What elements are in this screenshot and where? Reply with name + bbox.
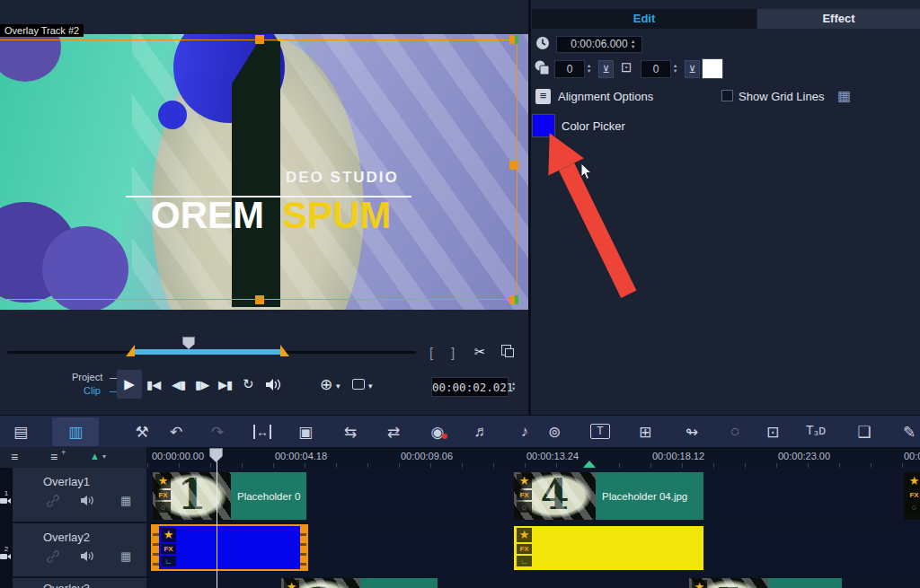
trim-handle-left[interactable] xyxy=(126,345,135,356)
transparency-track-icon[interactable]: ▦ xyxy=(120,549,131,563)
clip-partial-right[interactable]: ★ FX ◌ xyxy=(904,472,920,520)
end-button[interactable]: ▶▮ xyxy=(218,378,232,391)
preview-viewport[interactable]: DEO STUDIO OREM SPUM xyxy=(0,34,528,310)
track-header-overlay1[interactable]: Overlay1 ▦ xyxy=(13,468,146,523)
clip-thumbnail-1[interactable]: 1 ★ FX ◌ xyxy=(153,472,231,520)
3d-title-icon[interactable]: T₃ᴅ xyxy=(804,423,827,437)
border-spinner[interactable]: ▴▾ xyxy=(674,63,677,74)
mark-out-button[interactable]: ] xyxy=(451,345,454,360)
clip-mode-label[interactable]: Clip xyxy=(84,385,101,396)
globe-caret-icon[interactable]: ▾ xyxy=(336,382,340,391)
sound-mixer-icon[interactable]: ♬ xyxy=(470,423,493,441)
selection-handle-top[interactable] xyxy=(255,35,264,44)
ripple-shrink-icon[interactable]: ⇄ xyxy=(382,423,405,442)
play-button[interactable]: ▶ xyxy=(117,370,142,399)
selection-handle-right[interactable] xyxy=(509,161,518,170)
mix-tools-icon[interactable]: ⚒ xyxy=(130,423,154,442)
motion-tracking-icon[interactable]: ↬ xyxy=(680,423,703,442)
link-icon[interactable] xyxy=(47,495,59,507)
repeat-button[interactable]: ↻ xyxy=(243,376,253,392)
mask-creator-icon[interactable]: ◌ xyxy=(723,423,747,441)
transparency-slider-button[interactable]: ⊻ xyxy=(598,60,614,78)
multi-camera-icon[interactable]: ⊡ xyxy=(761,423,784,442)
link-icon[interactable] xyxy=(47,550,59,563)
next-frame-button[interactable]: ▮▶ xyxy=(195,378,208,391)
duration-spinner[interactable]: ▴▾ xyxy=(632,39,634,49)
ripple-expand-icon[interactable]: ⇆ xyxy=(339,423,362,442)
paint-mask-icon[interactable]: ❑ xyxy=(853,423,876,442)
timecode-spinner[interactable]: ▴▾ xyxy=(512,381,515,391)
resize-badge: ∟ xyxy=(517,556,532,566)
selection-handle-bottom[interactable] xyxy=(255,295,264,304)
clip-green-overlay3-a[interactable] xyxy=(360,578,438,588)
clip-blue-selected[interactable]: ★ FX ∟ xyxy=(151,524,308,571)
chapter-marker-caret[interactable]: ▾ xyxy=(102,452,106,461)
chapter-marker-icon[interactable]: ▲ xyxy=(90,451,100,461)
tab-edit[interactable]: Edit xyxy=(532,9,756,29)
trim-range[interactable] xyxy=(135,349,280,355)
trim-handle-right[interactable] xyxy=(280,345,289,356)
clip-green-overlay3-b[interactable] xyxy=(768,578,842,588)
previous-frame-button[interactable]: ◀▮ xyxy=(172,378,185,391)
globe-hdr-icon[interactable]: ⊕ xyxy=(320,375,332,394)
fit-project-icon[interactable]: ↔ xyxy=(251,423,274,441)
mute-track-icon[interactable] xyxy=(81,496,94,505)
split-clip-scissors-icon[interactable]: ✂ xyxy=(474,344,485,360)
clip-placeholder-04[interactable]: Placeholder 04.jpg xyxy=(596,472,703,520)
color-picker-label[interactable]: Color Picker xyxy=(562,119,625,133)
selection-handle-bottom-right[interactable] xyxy=(509,295,518,304)
subtitle-editor-icon[interactable]: T xyxy=(590,424,610,439)
preview-timecode-field[interactable]: 00:00:02.021 xyxy=(431,377,509,397)
home-button[interactable]: ▮◀ xyxy=(146,378,160,391)
add-track-icon[interactable]: ≡ xyxy=(50,450,58,464)
storyboard-view-icon[interactable]: ▤ xyxy=(9,423,32,442)
alignment-options-label[interactable]: Alignment Options xyxy=(558,90,653,103)
transparency-spinner[interactable]: ▴▾ xyxy=(588,63,590,74)
clip-yellow[interactable]: ★ FX ∟ xyxy=(514,526,703,570)
pen-tool-icon[interactable]: ✎ xyxy=(898,423,920,442)
track-manager-icon[interactable]: ≡ xyxy=(11,450,18,464)
enlarge-preview-icon[interactable] xyxy=(352,379,365,390)
volume-icon[interactable] xyxy=(266,379,282,391)
transparency-track-icon[interactable]: ▦ xyxy=(120,494,131,507)
show-grid-lines-checkbox[interactable] xyxy=(721,90,733,101)
duration-field[interactable]: 0:00:06.000 xyxy=(556,36,642,53)
mark-in-button[interactable]: [ xyxy=(429,345,432,360)
clip-trim-handle-right[interactable] xyxy=(300,526,306,569)
border-slider-button[interactable]: ⊻ xyxy=(685,60,700,78)
project-mode-label[interactable]: Project xyxy=(72,372,102,382)
project-screen-size-icon[interactable]: ▣ xyxy=(294,423,317,442)
undo-icon[interactable]: ↶ xyxy=(164,423,188,442)
clip-label: Placeholder 0 xyxy=(237,491,300,502)
track-header-overlay2[interactable]: Overlay2 ▦ xyxy=(13,523,146,578)
redo-icon[interactable]: ↷ xyxy=(206,423,229,442)
clip-thumbnail-4[interactable]: 4 ★ FX ◌ xyxy=(514,472,596,520)
record-capture-icon[interactable]: ◉ xyxy=(426,423,449,442)
timeline-ruler[interactable]: 00:00:00.00 00:00:04.18 00:00:09.06 00:0… xyxy=(146,447,920,468)
clip-trim-handle-left[interactable] xyxy=(153,526,159,569)
clip-thumbnail-5[interactable]: 5 ★ xyxy=(689,578,768,588)
tab-effect[interactable]: Effect xyxy=(757,9,920,29)
playhead-line[interactable] xyxy=(217,461,217,588)
auto-music-icon[interactable]: ♪ xyxy=(513,423,536,441)
selection-handle-top-right[interactable] xyxy=(509,35,518,44)
clip-placeholder-0[interactable]: Placeholder 0 xyxy=(231,472,306,520)
track-header-overlay3[interactable]: Overlay3 xyxy=(13,578,146,588)
timeline-view-icon[interactable]: ▥ xyxy=(64,423,87,442)
border-color-swatch[interactable] xyxy=(702,58,723,79)
enlarge-duplicate-icon[interactable] xyxy=(501,345,511,355)
stock-media-icon[interactable]: ⊚ xyxy=(543,423,566,442)
transparency-field[interactable]: 0 xyxy=(554,60,585,78)
split-screen-template-icon[interactable]: ⊞ xyxy=(633,423,657,442)
grid-settings-icon[interactable]: ▦ xyxy=(837,87,851,104)
border-field[interactable]: 0 xyxy=(641,60,671,78)
scrubber-playhead[interactable] xyxy=(182,337,195,349)
clip-thumbnail-2[interactable]: 2 ★ xyxy=(281,578,360,588)
mute-track-icon[interactable] xyxy=(81,551,94,561)
show-grid-lines-label[interactable]: Show Grid Lines xyxy=(739,90,824,103)
fx-badge: FX xyxy=(161,544,176,554)
timeline-marker-green[interactable] xyxy=(583,461,596,468)
enlarge-caret-icon[interactable]: ▾ xyxy=(368,382,372,391)
alignment-options-icon[interactable]: ≡ xyxy=(535,89,551,104)
selection-rect[interactable] xyxy=(0,39,518,300)
